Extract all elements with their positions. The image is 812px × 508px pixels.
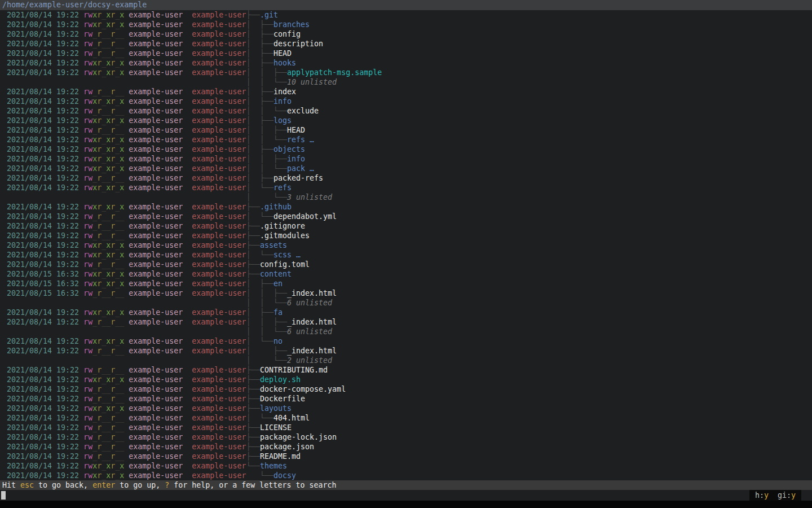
tree-row[interactable]: 2021/08/14 19:22 rwxr_xr_x example-user … <box>2 250 812 260</box>
tree-row[interactable]: 2021/08/14 19:22 rwxr_xr_x example-user … <box>2 336 812 346</box>
tree-row[interactable]: 2021/08/14 19:22 rwxr_xr_x example-user … <box>2 404 812 413</box>
tree-directory-name[interactable]: info <box>273 97 292 106</box>
tree-row[interactable]: 2021/08/14 19:22 rw_r__r__ example-user … <box>2 346 812 356</box>
tree-cell: │ │ └──10 unlisted <box>246 77 337 87</box>
tree-directory-name[interactable]: logs <box>273 116 292 125</box>
tree-file-name[interactable]: 404.html <box>273 414 310 422</box>
tree-row[interactable]: 2021/08/14 19:22 rw_r__r__ example-user … <box>2 317 812 327</box>
tree-directory-name[interactable]: objects <box>273 145 305 154</box>
tree-row[interactable]: 2021/08/14 19:22 rw_r__r__ example-user … <box>2 212 812 221</box>
tree-row[interactable]: 2021/08/14 19:22 rwxr_xr_x example-user … <box>2 135 812 144</box>
tree-row[interactable]: 2021/08/14 19:22 rw_r__r__ example-user … <box>2 49 812 58</box>
tree-executable-name[interactable]: applypatch-msg.sample <box>287 68 382 77</box>
tree-row[interactable]: 2021/08/14 19:22 rwxr_xr_x example-user … <box>2 164 812 173</box>
tree-row[interactable]: 2021/08/14 19:22 rw_r__r__ example-user … <box>2 106 812 116</box>
perm-char: w <box>88 347 92 355</box>
tree-directory-name[interactable]: content <box>260 270 292 278</box>
tree-row[interactable]: 2021/08/14 19:22 rwxr_xr_x example-user … <box>2 461 812 471</box>
tree-row[interactable]: 2021/08/14 19:22 rw_r__r__ example-user … <box>2 423 812 432</box>
tree-file-name[interactable]: Dockerfile <box>260 395 305 403</box>
tree-file-name[interactable]: description <box>273 40 323 48</box>
tree-file-name[interactable]: index <box>273 87 296 96</box>
tree-directory-name[interactable]: info <box>287 155 305 163</box>
tree-row[interactable]: 2021/08/14 19:22 rw_r__r__ example-user … <box>2 29 812 39</box>
tree-row[interactable]: 2021/08/14 19:22 rwxr_xr_x example-user … <box>2 202 812 212</box>
tree-row[interactable]: 2021/08/14 19:22 rwxr_xr_x example-user … <box>2 116 812 125</box>
tree-directory-name[interactable]: .github <box>260 203 292 211</box>
tree-row[interactable]: 2021/08/14 19:22 rwxr_xr_x example-user … <box>2 68 812 77</box>
tree-row[interactable]: 2021/08/14 19:22 rwxr_xr_x example-user … <box>2 240 812 250</box>
perm-char: r <box>83 404 88 413</box>
tree-row[interactable]: 2021/08/14 19:22 rwxr_xr_x example-user … <box>2 154 812 164</box>
tree-row[interactable]: 2021/08/14 19:22 rw_r__r__ example-user … <box>2 125 812 135</box>
tree-row[interactable]: 2021/08/15 16:32 rwxr_xr_x example-user … <box>2 269 812 279</box>
tree-row[interactable]: 2021/08/14 19:22 rw_r__r__ example-user … <box>2 452 812 461</box>
tree-row[interactable]: │ │ └──6 unlisted <box>2 298 812 308</box>
tree-directory-name[interactable]: refs <box>273 183 292 192</box>
perm-char: _ <box>92 40 97 48</box>
tree-row[interactable]: 2021/08/14 19:22 rw_r__r__ example-user … <box>2 87 812 97</box>
tree-row[interactable]: 2021/08/14 19:22 rwxr_xr_x example-user … <box>2 97 812 106</box>
tree-directory-name[interactable]: themes <box>260 462 287 470</box>
tree-row[interactable]: 2021/08/14 19:22 rwxr_xr_x example-user … <box>2 308 812 317</box>
tree-row[interactable]: │ │ └──10 unlisted <box>2 77 812 87</box>
tree-row[interactable]: 2021/08/14 19:22 rwxr_xr_x example-user … <box>2 375 812 384</box>
tree-row[interactable]: 2021/08/14 19:22 rwxr_xr_x example-user … <box>2 10 812 20</box>
tree-directory-name[interactable]: docsy <box>273 471 296 480</box>
tree-directory-name[interactable]: scss … <box>273 251 301 259</box>
tree-row[interactable]: 2021/08/14 19:22 rwxr_xr_x example-user … <box>2 471 812 480</box>
tree-file-name[interactable]: .gitignore <box>260 222 305 230</box>
tree-row[interactable]: 2021/08/14 19:22 rw_r__r__ example-user … <box>2 394 812 404</box>
tree-row[interactable]: │ └──2 unlisted <box>2 356 812 365</box>
tree-row[interactable]: 2021/08/14 19:22 rw_r__r__ example-user … <box>2 221 812 231</box>
tree-file-name[interactable]: _index.html <box>287 347 337 355</box>
tree-file-name[interactable]: _index.html <box>287 318 337 326</box>
tree-file-name[interactable]: docker-compose.yaml <box>260 385 346 393</box>
tree-directory-name[interactable]: assets <box>260 241 287 249</box>
tree-row[interactable]: 2021/08/14 19:22 rw_r__r__ example-user … <box>2 39 812 49</box>
tree-file-name[interactable]: dependabot.yml <box>273 212 337 221</box>
tree-row[interactable]: │ │ └──6 unlisted <box>2 327 812 336</box>
tree-directory-name[interactable]: no <box>273 337 283 345</box>
tree-directory-name[interactable]: en <box>273 279 283 288</box>
tree-row[interactable]: 2021/08/14 19:22 rwxr_xr_x example-user … <box>2 20 812 29</box>
tree-file-name[interactable]: README.md <box>260 452 301 461</box>
tree-file-name[interactable]: package.json <box>260 443 314 451</box>
tree-directory-name[interactable]: refs … <box>287 135 314 144</box>
tree-row[interactable]: 2021/08/14 19:22 rw_r__r__ example-user … <box>2 231 812 240</box>
tree-file-name[interactable]: LICENSE <box>260 423 292 432</box>
tree-file-name[interactable]: package-lock.json <box>260 433 337 441</box>
tree-directory-name[interactable]: pack … <box>287 164 314 173</box>
tree-file-name[interactable]: config <box>273 30 301 38</box>
tree-row[interactable]: 2021/08/14 19:22 rw_r__r__ example-user … <box>2 413 812 423</box>
tree-directory-name[interactable]: fa <box>273 308 283 317</box>
tree-directory-name[interactable]: hooks <box>273 59 296 67</box>
tree-row[interactable]: 2021/08/14 19:22 rw_r__r__ example-user … <box>2 442 812 452</box>
tree-row[interactable]: 2021/08/14 19:22 rwxr_xr_x example-user … <box>2 183 812 192</box>
tree-file-name[interactable]: CONTRIBUTING.md <box>260 366 328 374</box>
tree-executable-name[interactable]: deploy.sh <box>260 375 301 384</box>
tree-file-name[interactable]: packed-refs <box>273 174 323 182</box>
search-input[interactable]: h:y gi:y <box>0 490 812 501</box>
tree-directory-name[interactable]: .git <box>260 11 278 19</box>
tree-row[interactable]: 2021/08/14 19:22 rw_r__r__ example-user … <box>2 173 812 183</box>
tree-file-name[interactable]: _index.html <box>287 289 337 297</box>
file-permissions: rw_r__r__ <box>83 347 124 355</box>
tree-row[interactable]: 2021/08/14 19:22 rw_r__r__ example-user … <box>2 365 812 375</box>
tree-row[interactable]: 2021/08/14 19:22 rw_r__r__ example-user … <box>2 384 812 394</box>
tree-row[interactable]: 2021/08/14 19:22 rw_r__r__ example-user … <box>2 260 812 269</box>
tree-row[interactable]: 2021/08/14 19:22 rw_r__r__ example-user … <box>2 432 812 442</box>
tree-row[interactable]: 2021/08/14 19:22 rwxr_xr_x example-user … <box>2 58 812 68</box>
tree-file-name[interactable]: .gitmodules <box>260 231 310 240</box>
tree-row[interactable]: │ └──3 unlisted <box>2 192 812 202</box>
perm-char: r <box>83 11 88 19</box>
tree-file-name[interactable]: config.toml <box>260 260 310 269</box>
tree-row[interactable]: 2021/08/15 16:32 rwxr_xr_x example-user … <box>2 279 812 288</box>
tree-row[interactable]: 2021/08/15 16:32 rw_r__r__ example-user … <box>2 288 812 298</box>
tree-file-name[interactable]: HEAD <box>287 126 305 134</box>
tree-directory-name[interactable]: branches <box>273 20 310 29</box>
tree-file-name[interactable]: exclude <box>287 107 319 115</box>
tree-row[interactable]: 2021/08/14 19:22 rwxr_xr_x example-user … <box>2 144 812 154</box>
tree-file-name[interactable]: HEAD <box>273 49 292 58</box>
tree-directory-name[interactable]: layouts <box>260 404 292 413</box>
